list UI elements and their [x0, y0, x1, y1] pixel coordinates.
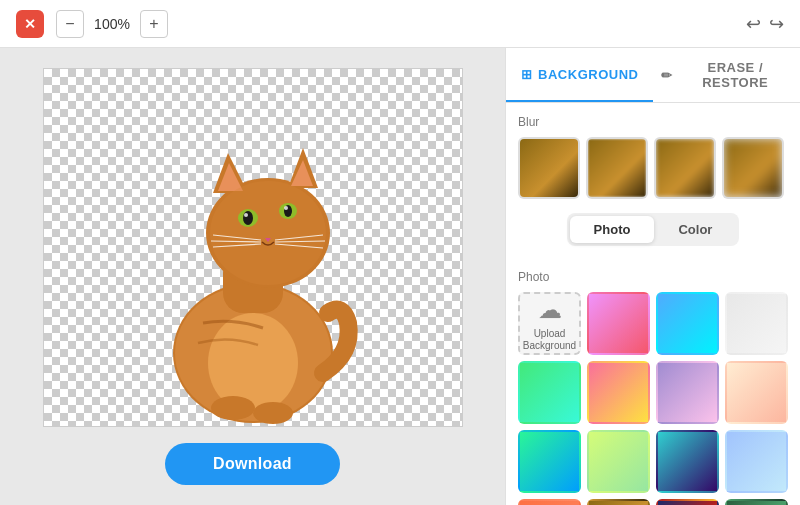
photo-thumb-13[interactable] [587, 499, 650, 505]
blur-row [518, 137, 788, 199]
cat-image [44, 69, 462, 426]
photo-thumb-10[interactable] [656, 430, 719, 493]
blur-section-label: Blur [518, 115, 788, 129]
tab-background-label: BACKGROUND [538, 67, 638, 82]
blur-thumb-none[interactable] [518, 137, 580, 199]
cat-svg [113, 68, 393, 427]
photo-thumb-2[interactable] [656, 292, 719, 355]
undo-redo-controls: ↩ ↪ [746, 13, 784, 35]
download-button[interactable]: Download [165, 443, 340, 485]
photo-thumb-4[interactable] [518, 361, 581, 424]
photo-section-label: Photo [518, 270, 788, 284]
svg-point-12 [243, 211, 253, 225]
zoom-value: 100% [92, 16, 132, 32]
tab-erase-restore[interactable]: ✏ ERASE / RESTORE [653, 48, 800, 102]
photo-thumb-12[interactable] [518, 499, 581, 505]
upload-text: Upload Background [520, 328, 579, 352]
canvas-container [43, 68, 463, 427]
photo-thumb-6[interactable] [656, 361, 719, 424]
zoom-in-button[interactable]: + [140, 10, 168, 38]
redo-button[interactable]: ↪ [769, 13, 784, 35]
svg-point-15 [284, 206, 288, 210]
toggle-wrapper: Photo Color [518, 213, 788, 258]
blur-thumb-low[interactable] [586, 137, 648, 199]
tab-erase-label: ERASE / RESTORE [679, 60, 793, 90]
photo-thumb-5[interactable] [587, 361, 650, 424]
photo-thumb-11[interactable] [725, 430, 788, 493]
toggle-photo-button[interactable]: Photo [570, 216, 655, 243]
photo-thumb-1[interactable] [587, 292, 650, 355]
photo-thumb-8[interactable] [518, 430, 581, 493]
photo-thumb-3[interactable] [725, 292, 788, 355]
upload-background-button[interactable]: ☁ Upload Background [518, 292, 581, 355]
toggle-color-button[interactable]: Color [654, 216, 736, 243]
canvas-area: Download [0, 48, 505, 505]
toolbar-right: ↩ ↪ [746, 13, 784, 35]
svg-point-23 [211, 396, 255, 420]
zoom-controls: − 100% + [56, 10, 168, 38]
photo-thumb-15[interactable] [725, 499, 788, 505]
close-icon: ✕ [24, 16, 36, 32]
photo-color-toggle: Photo Color [567, 213, 740, 246]
photo-thumb-9[interactable] [587, 430, 650, 493]
svg-point-24 [253, 402, 293, 424]
download-area: Download [165, 443, 340, 485]
blur-thumb-medium[interactable] [654, 137, 716, 199]
photo-grid: ☁ Upload Background [518, 292, 788, 505]
panel-content: Blur [506, 103, 800, 505]
pencil-icon: ✏ [661, 68, 673, 83]
main-content: Download ⊞ BACKGROUND ✏ ERASE / RESTORE … [0, 48, 800, 505]
toolbar: ✕ − 100% + ↩ ↪ [0, 0, 800, 48]
photo-thumb-7[interactable] [725, 361, 788, 424]
panel-tabs: ⊞ BACKGROUND ✏ ERASE / RESTORE [506, 48, 800, 103]
blur-thumb-high[interactable] [722, 137, 784, 199]
photo-thumb-14[interactable] [656, 499, 719, 505]
undo-button[interactable]: ↩ [746, 13, 761, 35]
svg-point-9 [210, 181, 326, 285]
layers-icon: ⊞ [521, 67, 533, 82]
zoom-out-button[interactable]: − [56, 10, 84, 38]
tab-background[interactable]: ⊞ BACKGROUND [506, 48, 653, 102]
upload-icon: ☁ [538, 296, 562, 324]
close-button[interactable]: ✕ [16, 10, 44, 38]
svg-point-14 [244, 213, 248, 217]
right-panel: ⊞ BACKGROUND ✏ ERASE / RESTORE Blur [505, 48, 800, 505]
